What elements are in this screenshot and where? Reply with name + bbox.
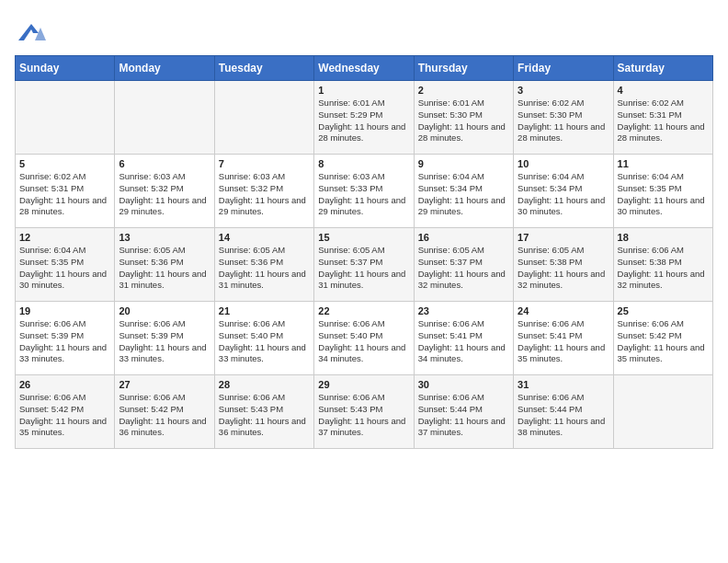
calendar-cell: 1Sunrise: 6:01 AMSunset: 5:29 PMDaylight… xyxy=(314,81,414,155)
day-number: 16 xyxy=(418,232,509,243)
day-number: 2 xyxy=(418,85,509,96)
day-info: Sunrise: 6:06 AMSunset: 5:42 PMDaylight:… xyxy=(19,392,110,439)
day-number: 18 xyxy=(618,232,709,243)
calendar-cell: 2Sunrise: 6:01 AMSunset: 5:30 PMDaylight… xyxy=(414,81,513,155)
day-info: Sunrise: 6:06 AMSunset: 5:40 PMDaylight:… xyxy=(318,318,409,365)
column-header-wednesday: Wednesday xyxy=(314,56,414,81)
day-number: 28 xyxy=(219,379,310,390)
calendar-cell: 4Sunrise: 6:02 AMSunset: 5:31 PMDaylight… xyxy=(613,81,712,155)
calendar-cell xyxy=(214,81,313,155)
day-number: 5 xyxy=(19,158,110,169)
calendar-cell: 12Sunrise: 6:04 AMSunset: 5:35 PMDayligh… xyxy=(16,228,115,302)
day-info: Sunrise: 6:05 AMSunset: 5:38 PMDaylight:… xyxy=(518,245,609,292)
week-row-4: 19Sunrise: 6:06 AMSunset: 5:39 PMDayligh… xyxy=(16,302,713,375)
day-number: 10 xyxy=(518,158,609,169)
week-row-5: 26Sunrise: 6:06 AMSunset: 5:42 PMDayligh… xyxy=(16,375,713,449)
day-number: 21 xyxy=(219,305,310,316)
calendar-cell xyxy=(613,375,712,449)
day-info: Sunrise: 6:04 AMSunset: 5:35 PMDaylight:… xyxy=(19,245,110,292)
calendar-cell: 26Sunrise: 6:06 AMSunset: 5:42 PMDayligh… xyxy=(16,375,115,449)
day-number: 27 xyxy=(119,379,210,390)
calendar-cell: 21Sunrise: 6:06 AMSunset: 5:40 PMDayligh… xyxy=(214,302,313,375)
day-info: Sunrise: 6:03 AMSunset: 5:32 PMDaylight:… xyxy=(119,171,210,218)
column-header-friday: Friday xyxy=(514,56,613,81)
day-info: Sunrise: 6:01 AMSunset: 5:29 PMDaylight:… xyxy=(318,98,409,144)
calendar-cell: 27Sunrise: 6:06 AMSunset: 5:42 PMDayligh… xyxy=(115,375,214,449)
calendar-cell xyxy=(16,81,115,155)
day-number: 24 xyxy=(518,305,609,316)
day-info: Sunrise: 6:01 AMSunset: 5:30 PMDaylight:… xyxy=(418,98,509,144)
day-info: Sunrise: 6:05 AMSunset: 5:36 PMDaylight:… xyxy=(219,245,310,292)
day-info: Sunrise: 6:06 AMSunset: 5:39 PMDaylight:… xyxy=(119,318,210,365)
day-info: Sunrise: 6:04 AMSunset: 5:34 PMDaylight:… xyxy=(518,171,609,218)
header-row: SundayMondayTuesdayWednesdayThursdayFrid… xyxy=(16,56,713,81)
calendar-cell: 11Sunrise: 6:04 AMSunset: 5:35 PMDayligh… xyxy=(613,155,712,228)
calendar-cell: 23Sunrise: 6:06 AMSunset: 5:41 PMDayligh… xyxy=(414,302,513,375)
day-number: 23 xyxy=(418,305,509,316)
calendar-cell: 17Sunrise: 6:05 AMSunset: 5:38 PMDayligh… xyxy=(514,228,613,302)
day-info: Sunrise: 6:05 AMSunset: 5:36 PMDaylight:… xyxy=(119,245,210,292)
day-info: Sunrise: 6:06 AMSunset: 5:41 PMDaylight:… xyxy=(518,318,609,365)
day-number: 3 xyxy=(518,85,609,96)
day-number: 19 xyxy=(19,305,110,316)
day-number: 14 xyxy=(219,232,310,243)
column-header-sunday: Sunday xyxy=(16,56,115,81)
calendar-cell: 8Sunrise: 6:03 AMSunset: 5:33 PMDaylight… xyxy=(314,155,414,228)
day-info: Sunrise: 6:06 AMSunset: 5:42 PMDaylight:… xyxy=(618,318,709,365)
calendar-cell: 31Sunrise: 6:06 AMSunset: 5:44 PMDayligh… xyxy=(514,375,613,449)
logo-icon xyxy=(15,15,48,48)
calendar-cell: 5Sunrise: 6:02 AMSunset: 5:31 PMDaylight… xyxy=(16,155,115,228)
day-number: 22 xyxy=(318,305,409,316)
day-number: 15 xyxy=(318,232,409,243)
page-header xyxy=(15,15,713,48)
day-info: Sunrise: 6:02 AMSunset: 5:31 PMDaylight:… xyxy=(19,171,110,218)
day-info: Sunrise: 6:05 AMSunset: 5:37 PMDaylight:… xyxy=(318,245,409,292)
day-number: 13 xyxy=(119,232,210,243)
calendar-cell: 30Sunrise: 6:06 AMSunset: 5:44 PMDayligh… xyxy=(414,375,513,449)
day-info: Sunrise: 6:06 AMSunset: 5:42 PMDaylight:… xyxy=(119,392,210,439)
calendar-cell: 6Sunrise: 6:03 AMSunset: 5:32 PMDaylight… xyxy=(115,155,214,228)
column-header-saturday: Saturday xyxy=(613,56,712,81)
day-info: Sunrise: 6:03 AMSunset: 5:32 PMDaylight:… xyxy=(219,171,310,218)
day-number: 8 xyxy=(318,158,409,169)
day-info: Sunrise: 6:04 AMSunset: 5:35 PMDaylight:… xyxy=(618,171,709,218)
day-info: Sunrise: 6:05 AMSunset: 5:37 PMDaylight:… xyxy=(418,245,509,292)
day-info: Sunrise: 6:04 AMSunset: 5:34 PMDaylight:… xyxy=(418,171,509,218)
day-number: 17 xyxy=(518,232,609,243)
column-header-tuesday: Tuesday xyxy=(214,56,313,81)
calendar-cell: 3Sunrise: 6:02 AMSunset: 5:30 PMDaylight… xyxy=(514,81,613,155)
calendar-cell: 29Sunrise: 6:06 AMSunset: 5:43 PMDayligh… xyxy=(314,375,414,449)
day-number: 31 xyxy=(518,379,609,390)
calendar-cell: 25Sunrise: 6:06 AMSunset: 5:42 PMDayligh… xyxy=(613,302,712,375)
calendar-cell xyxy=(115,81,214,155)
calendar-cell: 28Sunrise: 6:06 AMSunset: 5:43 PMDayligh… xyxy=(214,375,313,449)
week-row-2: 5Sunrise: 6:02 AMSunset: 5:31 PMDaylight… xyxy=(16,155,713,228)
calendar-cell: 22Sunrise: 6:06 AMSunset: 5:40 PMDayligh… xyxy=(314,302,414,375)
day-number: 30 xyxy=(418,379,509,390)
calendar-cell: 24Sunrise: 6:06 AMSunset: 5:41 PMDayligh… xyxy=(514,302,613,375)
day-info: Sunrise: 6:06 AMSunset: 5:38 PMDaylight:… xyxy=(618,245,709,292)
column-header-thursday: Thursday xyxy=(414,56,513,81)
day-info: Sunrise: 6:02 AMSunset: 5:30 PMDaylight:… xyxy=(518,98,609,144)
logo xyxy=(15,15,51,48)
svg-rect-0 xyxy=(15,15,48,48)
calendar-cell: 16Sunrise: 6:05 AMSunset: 5:37 PMDayligh… xyxy=(414,228,513,302)
week-row-3: 12Sunrise: 6:04 AMSunset: 5:35 PMDayligh… xyxy=(16,228,713,302)
day-info: Sunrise: 6:06 AMSunset: 5:43 PMDaylight:… xyxy=(318,392,409,439)
day-info: Sunrise: 6:06 AMSunset: 5:43 PMDaylight:… xyxy=(219,392,310,439)
day-number: 25 xyxy=(618,305,709,316)
calendar-cell: 14Sunrise: 6:05 AMSunset: 5:36 PMDayligh… xyxy=(214,228,313,302)
calendar-cell: 7Sunrise: 6:03 AMSunset: 5:32 PMDaylight… xyxy=(214,155,313,228)
day-number: 26 xyxy=(19,379,110,390)
day-number: 20 xyxy=(119,305,210,316)
day-number: 1 xyxy=(318,85,409,96)
day-number: 11 xyxy=(618,158,709,169)
calendar-cell: 10Sunrise: 6:04 AMSunset: 5:34 PMDayligh… xyxy=(514,155,613,228)
day-number: 9 xyxy=(418,158,509,169)
day-info: Sunrise: 6:06 AMSunset: 5:40 PMDaylight:… xyxy=(219,318,310,365)
calendar-cell: 18Sunrise: 6:06 AMSunset: 5:38 PMDayligh… xyxy=(613,228,712,302)
column-header-monday: Monday xyxy=(115,56,214,81)
day-number: 12 xyxy=(19,232,110,243)
day-info: Sunrise: 6:02 AMSunset: 5:31 PMDaylight:… xyxy=(618,98,709,144)
day-number: 29 xyxy=(318,379,409,390)
